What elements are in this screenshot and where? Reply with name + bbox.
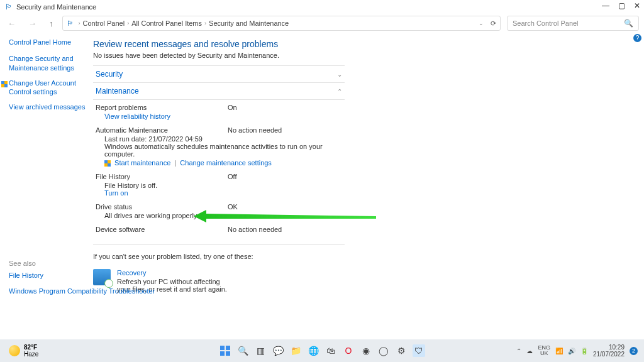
- sidebar-link-security-settings[interactable]: Change Security and Maintenance settings: [9, 54, 88, 72]
- filehistory-label: File History: [96, 173, 228, 180]
- clock[interactable]: 10:2921/07/2022: [593, 344, 625, 358]
- start-maintenance-link[interactable]: Start maintenance: [114, 159, 170, 167]
- steam-icon[interactable]: ◯: [377, 344, 390, 357]
- auto-maint-label: Automatic Maintenance: [96, 126, 228, 134]
- search-placeholder: Search Control Panel: [513, 19, 579, 27]
- controlpanel-taskbar-icon[interactable]: 🛡: [413, 344, 425, 357]
- breadcrumb-mid[interactable]: All Control Panel Items: [131, 19, 202, 27]
- sidebar-link-uac[interactable]: Change User Account Control settings: [9, 79, 88, 97]
- chrome-icon[interactable]: ◉: [360, 344, 372, 357]
- breadcrumb-leaf[interactable]: Security and Maintenance: [209, 19, 289, 27]
- sidebar-link-archived[interactable]: View archived messages: [9, 102, 88, 111]
- store-icon[interactable]: 🛍: [325, 344, 337, 357]
- search-input[interactable]: Search Control Panel 🔍: [507, 16, 639, 31]
- shield-icon: [1, 80, 8, 87]
- seealso-compat[interactable]: Windows Program Compatibility Troublesho…: [9, 287, 155, 295]
- report-problems-label: Report problems: [96, 104, 228, 111]
- svg-rect-7: [108, 163, 111, 167]
- language-indicator[interactable]: ENGUK: [538, 345, 550, 356]
- window-title: Security and Maintenance: [16, 3, 96, 11]
- filehistory-desc: File History is off.: [104, 182, 342, 189]
- explorer-icon[interactable]: 📁: [289, 344, 302, 357]
- edge-icon[interactable]: 🌐: [307, 344, 319, 357]
- wifi-icon[interactable]: 📶: [555, 348, 563, 354]
- widgets-icon[interactable]: 💬: [272, 344, 284, 357]
- sidebar-home[interactable]: Control Panel Home: [9, 38, 88, 47]
- battery-icon[interactable]: 🔋: [580, 348, 588, 354]
- close-button[interactable]: ✕: [634, 1, 640, 10]
- maximize-button[interactable]: ▢: [618, 1, 625, 10]
- svg-rect-2: [1, 84, 4, 87]
- seealso-filehistory[interactable]: File History: [9, 271, 155, 280]
- svg-rect-0: [1, 81, 4, 84]
- drive-status-desc: All drives are working properly.: [104, 212, 342, 219]
- shield-small-icon: [104, 160, 111, 167]
- reliability-history-link[interactable]: View reliability history: [104, 112, 170, 120]
- auto-maint-last: Last run date: 21/07/2022 04:59: [104, 135, 342, 143]
- address-dropdown-icon[interactable]: ⌄: [479, 20, 484, 26]
- flag-small-icon: 🏳: [67, 19, 74, 27]
- security-accordion[interactable]: Security⌄: [93, 65, 345, 83]
- back-button[interactable]: ←: [5, 18, 18, 30]
- seealso-header: See also: [9, 260, 155, 267]
- help-icon[interactable]: ?: [633, 34, 641, 42]
- device-software-label: Device software: [96, 226, 228, 233]
- svg-rect-9: [220, 346, 225, 350]
- filehistory-turnon-link[interactable]: Turn on: [104, 189, 128, 197]
- svg-rect-10: [226, 346, 230, 350]
- device-software-value: No action needed: [228, 226, 282, 233]
- weather-temp: 82°F: [24, 344, 37, 351]
- refresh-button[interactable]: ⟳: [491, 19, 496, 28]
- change-maint-settings-link[interactable]: Change maintenance settings: [180, 159, 272, 167]
- weather-icon: [9, 345, 20, 356]
- settings-icon[interactable]: ⚙: [395, 344, 408, 357]
- page-subtext: No issues have been detected by Security…: [93, 52, 631, 59]
- footer-hint: If you can't see your problem listed, tr…: [93, 253, 631, 260]
- drive-status-label: Drive status: [96, 203, 228, 211]
- recovery-icon: [93, 269, 111, 285]
- svg-rect-3: [4, 84, 8, 87]
- taskview-icon[interactable]: ▥: [254, 344, 267, 357]
- onedrive-icon[interactable]: ☁: [526, 348, 533, 354]
- start-button[interactable]: [219, 344, 231, 357]
- chevron-up-icon: ⌃: [337, 88, 342, 95]
- report-problems-value: On: [228, 104, 237, 111]
- up-button[interactable]: ↑: [47, 18, 56, 30]
- page-heading: Review recent messages and resolve probl…: [93, 39, 631, 49]
- minimize-button[interactable]: —: [602, 1, 609, 10]
- taskbar-weather[interactable]: 82°FHaze: [0, 344, 38, 358]
- maintenance-accordion[interactable]: Maintenance⌃: [93, 83, 345, 100]
- volume-icon[interactable]: 🔊: [568, 348, 575, 354]
- notification-badge[interactable]: 2: [630, 347, 638, 355]
- address-bar[interactable]: 🏳 › Control Panel › All Control Panel It…: [62, 16, 501, 31]
- auto-maint-desc: Windows automatically schedules maintena…: [104, 143, 342, 158]
- svg-rect-4: [104, 160, 108, 163]
- chevron-down-icon: ⌄: [337, 71, 342, 78]
- weather-cond: Haze: [24, 351, 38, 358]
- search-taskbar-icon[interactable]: 🔍: [236, 344, 249, 357]
- search-icon: 🔍: [624, 19, 633, 28]
- tray-expand-icon[interactable]: ⌃: [516, 348, 521, 354]
- svg-rect-11: [220, 351, 225, 356]
- svg-rect-5: [108, 160, 111, 163]
- svg-rect-6: [104, 163, 108, 167]
- filehistory-value: Off: [228, 173, 236, 180]
- forward-button[interactable]: →: [26, 18, 39, 30]
- breadcrumb-root[interactable]: Control Panel: [83, 19, 125, 27]
- opera-icon[interactable]: O: [342, 344, 355, 357]
- flag-icon: 🏳: [5, 3, 13, 11]
- auto-maint-value: No action needed: [228, 126, 282, 134]
- svg-rect-12: [226, 351, 230, 356]
- drive-status-value: OK: [228, 203, 238, 211]
- svg-rect-1: [4, 81, 8, 84]
